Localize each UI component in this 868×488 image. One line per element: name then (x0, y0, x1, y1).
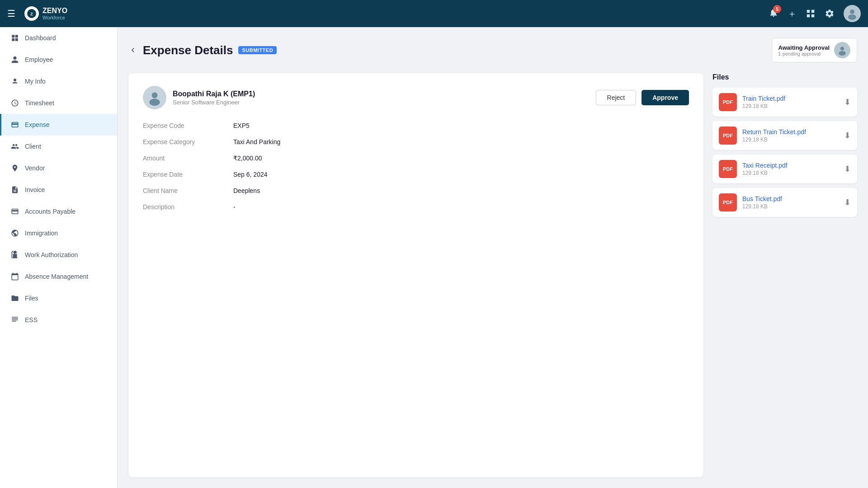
user-avatar[interactable] (844, 5, 861, 22)
sidebar-item-expense[interactable]: Expense (0, 114, 117, 136)
value-client-name: Deeplens (233, 187, 260, 194)
myinfo-icon (10, 77, 19, 86)
svg-point-5 (840, 47, 844, 51)
sidebar-item-vendor[interactable]: Vendor (0, 157, 117, 179)
sidebar-label-vendor: Vendor (25, 164, 45, 172)
value-expense-category: Taxi And Parking (233, 138, 280, 145)
sidebar-label-expense: Expense (25, 121, 49, 128)
main-layout: Dashboard Employee My Info Timesheet (0, 27, 868, 488)
file-size-train: 129.18 KB (742, 103, 839, 109)
sidebar-item-myinfo[interactable]: My Info (0, 70, 117, 92)
file-name-return-train: Return Train Ticket.pdf (742, 128, 839, 136)
download-button-bus[interactable]: ⬇ (844, 197, 851, 207)
absence-icon (10, 272, 19, 281)
logo-icon: Z (24, 6, 39, 21)
employee-info: Boopathi Raja K (EMP1) Senior Software E… (143, 86, 255, 109)
value-amount: ₹2,000.00 (233, 155, 262, 162)
svg-point-8 (149, 99, 160, 106)
files-title: Files (712, 73, 857, 81)
grid-icon[interactable] (806, 9, 816, 19)
add-icon[interactable]: ＋ (788, 8, 797, 20)
svg-point-2 (850, 9, 854, 14)
employee-name: Boopathi Raja K (EMP1) (173, 90, 255, 98)
pdf-icon-return-train: PDF (719, 127, 737, 145)
detail-row-expense-code: Expense Code EXP5 (143, 122, 689, 129)
sidebar-item-dashboard[interactable]: Dashboard (0, 27, 117, 49)
sidebar-item-immigration[interactable]: Immigration (0, 222, 117, 244)
content-row: Boopathi Raja K (EMP1) Senior Software E… (128, 73, 857, 477)
file-item-bus-ticket: PDF Bus Ticket.pdf 129.18 KB ⬇ (712, 188, 857, 217)
awaiting-approval-box: Awaiting Approval 1 pending approval (772, 38, 857, 62)
label-description: Description (143, 203, 233, 211)
settings-icon[interactable] (825, 9, 835, 19)
sidebar-item-accounts-payable[interactable]: Accounts Payable (0, 201, 117, 222)
sidebar-label-client: Client (25, 143, 41, 150)
pdf-icon-taxi: PDF (719, 160, 737, 178)
detail-row-description: Description - (143, 203, 689, 211)
notification-button[interactable]: 5 (769, 8, 778, 19)
value-expense-date: Sep 6, 2024 (233, 171, 268, 178)
file-size-bus: 129.18 KB (742, 203, 839, 210)
pdf-icon-bus: PDF (719, 193, 737, 211)
file-name-taxi: Taxi Receipt.pdf (742, 162, 839, 169)
vendor-icon (10, 164, 19, 173)
sidebar: Dashboard Employee My Info Timesheet (0, 27, 118, 488)
topnav-actions: 5 ＋ (769, 5, 861, 22)
employee-avatar (143, 86, 166, 109)
label-expense-category: Expense Category (143, 138, 233, 145)
file-item-taxi-receipt: PDF Taxi Receipt.pdf 129.18 KB ⬇ (712, 155, 857, 183)
sidebar-item-ess[interactable]: ESS (0, 309, 117, 331)
file-item-return-train-ticket: PDF Return Train Ticket.pdf 129.18 KB ⬇ (712, 121, 857, 150)
sidebar-label-files: Files (25, 295, 38, 302)
svg-point-6 (839, 51, 845, 56)
download-button-train[interactable]: ⬇ (844, 97, 851, 107)
label-expense-date: Expense Date (143, 171, 233, 178)
sidebar-item-files[interactable]: Files (0, 287, 117, 309)
hamburger-icon[interactable]: ☰ (7, 8, 15, 19)
label-amount: Amount (143, 155, 233, 162)
sidebar-item-employee[interactable]: Employee (0, 49, 117, 70)
label-expense-code: Expense Code (143, 122, 233, 129)
pdf-icon-train: PDF (719, 93, 737, 111)
sidebar-item-timesheet[interactable]: Timesheet (0, 92, 117, 114)
detail-row-amount: Amount ₹2,000.00 (143, 155, 689, 162)
sidebar-item-client[interactable]: Client (0, 136, 117, 157)
label-client-name: Client Name (143, 187, 233, 194)
workauth-icon (10, 250, 19, 259)
sidebar-label-ess: ESS (25, 316, 38, 324)
client-icon (10, 142, 19, 151)
sidebar-label-dashboard: Dashboard (25, 34, 56, 42)
back-button[interactable] (128, 46, 137, 55)
sidebar-label-work-authorization: Work Authorization (25, 251, 78, 258)
svg-point-3 (848, 14, 856, 20)
sidebar-label-myinfo: My Info (25, 78, 46, 85)
notification-badge: 5 (773, 5, 781, 13)
topnav: ☰ Z ZENYO Workforce 5 ＋ (0, 0, 868, 27)
value-description: - (233, 203, 236, 211)
expense-icon (10, 120, 19, 129)
svg-text:Z: Z (30, 12, 33, 16)
action-buttons: Reject Approve (596, 90, 689, 105)
sidebar-item-absence-management[interactable]: Absence Management (0, 266, 117, 287)
file-info-taxi: Taxi Receipt.pdf 129.18 KB (742, 162, 839, 176)
expense-fields: Expense Code EXP5 Expense Category Taxi … (143, 122, 689, 211)
awaiting-approval-text: Awaiting Approval 1 pending approval (778, 44, 830, 56)
sidebar-item-work-authorization[interactable]: Work Authorization (0, 244, 117, 266)
status-badge: SUBMITTED (238, 46, 277, 54)
page-header-left: Expense Details SUBMITTED (128, 43, 277, 57)
employee-icon (10, 55, 19, 64)
sidebar-item-invoice[interactable]: Invoice (0, 179, 117, 201)
download-button-taxi[interactable]: ⬇ (844, 164, 851, 174)
approve-button[interactable]: Approve (642, 90, 689, 105)
detail-row-expense-date: Expense Date Sep 6, 2024 (143, 171, 689, 178)
value-expense-code: EXP5 (233, 122, 250, 129)
sidebar-label-timesheet: Timesheet (25, 99, 54, 107)
reject-button[interactable]: Reject (596, 90, 637, 105)
download-button-return-train[interactable]: ⬇ (844, 131, 851, 141)
file-size-return-train: 129.18 KB (742, 136, 839, 143)
logo-subtitle: Workforce (42, 15, 67, 20)
sidebar-label-accounts-payable: Accounts Payable (25, 208, 75, 215)
dashboard-icon (10, 33, 19, 42)
logo-area: ☰ Z ZENYO Workforce (7, 6, 769, 21)
employee-name-block: Boopathi Raja K (EMP1) Senior Software E… (173, 90, 255, 106)
